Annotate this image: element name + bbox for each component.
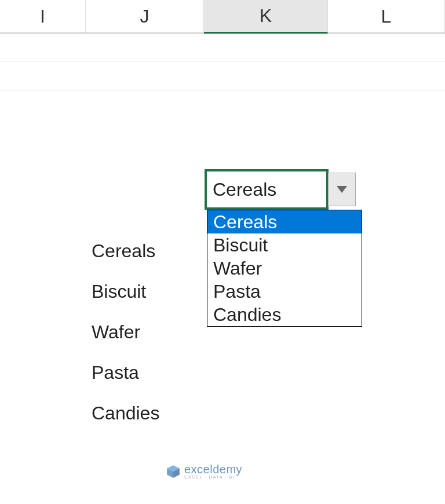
watermark-tagline: EXCEL · DATA · BI bbox=[184, 475, 242, 480]
list-item[interactable]: Candies bbox=[92, 393, 159, 433]
column-headers-row: I J K L bbox=[0, 0, 445, 34]
column-header-l[interactable]: L bbox=[328, 0, 445, 32]
list-item[interactable]: Wafer bbox=[92, 312, 159, 352]
column-header-j[interactable]: J bbox=[86, 0, 204, 32]
dropdown-item[interactable]: Cereals bbox=[207, 210, 362, 233]
list-item[interactable]: Biscuit bbox=[92, 271, 159, 312]
list-item[interactable]: Cereals bbox=[92, 231, 159, 271]
column-header-i[interactable]: I bbox=[0, 0, 86, 32]
watermark-text: exceldemy EXCEL · DATA · BI bbox=[184, 463, 242, 480]
watermark-brand: exceldemy bbox=[184, 463, 242, 475]
selected-cell[interactable]: Cereals bbox=[205, 169, 329, 210]
source-list-column: Cereals Biscuit Wafer Pasta Candies bbox=[92, 231, 159, 433]
list-item[interactable]: Pasta bbox=[92, 352, 159, 393]
dropdown-item[interactable]: Biscuit bbox=[207, 233, 362, 257]
dropdown-toggle-button[interactable] bbox=[328, 173, 356, 206]
watermark: exceldemy EXCEL · DATA · BI bbox=[166, 463, 242, 480]
dropdown-list[interactable]: Cereals Biscuit Wafer Pasta Candies bbox=[207, 210, 362, 327]
gridline bbox=[0, 61, 445, 61]
dropdown-item[interactable]: Wafer bbox=[207, 257, 362, 280]
chevron-down-icon bbox=[337, 186, 347, 193]
column-header-k[interactable]: K bbox=[204, 0, 328, 34]
selected-cell-value: Cereals bbox=[213, 179, 276, 200]
svg-marker-0 bbox=[337, 186, 347, 193]
gridline bbox=[0, 90, 445, 90]
dropdown-item[interactable]: Pasta bbox=[207, 280, 362, 303]
dropdown-item[interactable]: Candies bbox=[207, 303, 362, 326]
cube-icon bbox=[166, 464, 181, 479]
